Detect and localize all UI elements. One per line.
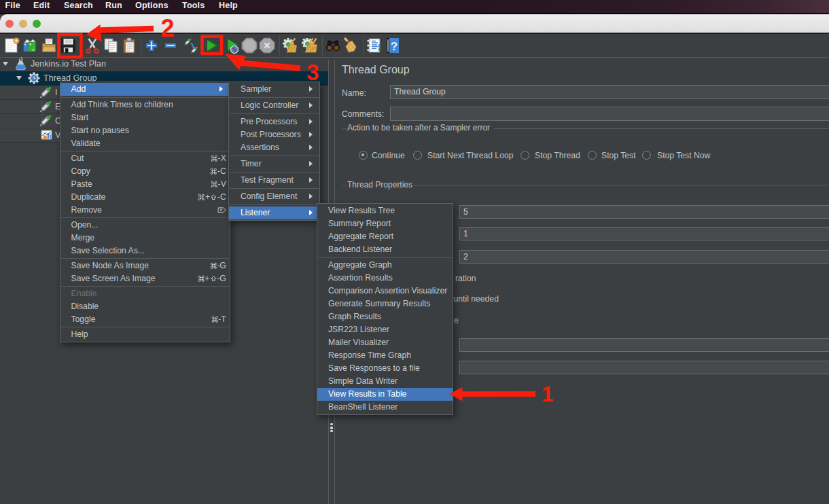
svg-text:?: ? bbox=[391, 40, 398, 53]
